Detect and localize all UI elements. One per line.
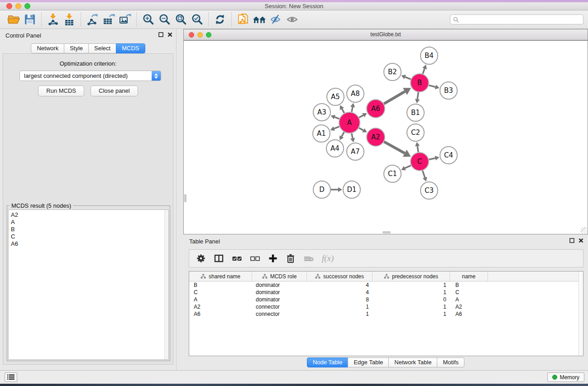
export-table-button[interactable] xyxy=(100,12,117,27)
table-row-b[interactable]: Bdominator41B xyxy=(189,281,583,289)
task-history-button[interactable] xyxy=(5,372,17,382)
import-network-button[interactable] xyxy=(45,12,61,27)
tab-motifs[interactable]: Motifs xyxy=(437,357,464,367)
zoom-selected-button[interactable] xyxy=(189,12,205,27)
result-item-b[interactable]: B xyxy=(9,226,168,233)
float-panel-icon[interactable] xyxy=(158,32,163,37)
zoom-in-button[interactable] xyxy=(140,12,156,27)
graph-edge-A-A7[interactable] xyxy=(352,133,353,138)
deselect-all-columns-icon[interactable] xyxy=(250,253,260,263)
save-session-button[interactable] xyxy=(22,12,38,27)
graph-edge-B-B1[interactable] xyxy=(417,92,418,99)
resize-grip[interactable] xyxy=(581,227,587,234)
open-session-button[interactable] xyxy=(5,12,22,27)
tab-network-table[interactable]: Network Table xyxy=(388,357,437,367)
function-builder-icon-disabled: f(x) xyxy=(322,253,334,263)
graph-edge-B-B3[interactable] xyxy=(429,85,435,87)
select-all-columns-icon[interactable] xyxy=(232,253,242,263)
column-header-name[interactable]: name xyxy=(450,272,488,281)
tab-network[interactable]: Network xyxy=(31,43,64,53)
table-row-a2[interactable]: A2connector11A2 xyxy=(189,303,583,310)
split-columns-icon[interactable] xyxy=(214,253,224,263)
column-header-MCDS-role[interactable]: MCDS role xyxy=(252,272,307,281)
graph-edge-A6-B[interactable] xyxy=(384,91,405,104)
cell-successor-nodes: 1 xyxy=(307,304,373,310)
float-table-panel-icon[interactable] xyxy=(569,238,574,243)
column-type-icon xyxy=(201,274,206,279)
graph-edge-A-A5[interactable] xyxy=(342,109,344,113)
import-table-button[interactable] xyxy=(61,12,77,27)
tab-select[interactable]: Select xyxy=(88,43,116,53)
column-header-successor-nodes[interactable]: successor nodes xyxy=(307,272,373,281)
mcds-tab-content: Optimization criterion: largest connecte… xyxy=(3,53,173,365)
run-mcds-button[interactable]: Run MCDS xyxy=(38,86,84,96)
refresh-button[interactable] xyxy=(212,12,228,27)
close-panel-button[interactable]: Close panel xyxy=(91,86,138,96)
export-image-button[interactable] xyxy=(117,12,133,27)
tab-style[interactable]: Style xyxy=(64,43,89,53)
column-header-predecessor-nodes[interactable]: predecessor nodes xyxy=(373,272,450,281)
column-header-shared-name[interactable]: shared name xyxy=(189,272,252,281)
network-file-button[interactable] xyxy=(235,12,251,27)
network-window-titlebar[interactable]: testGlobe.txt xyxy=(184,29,588,40)
tab-mcds[interactable]: MCDS xyxy=(116,43,145,53)
zoom-out-button[interactable] xyxy=(156,12,172,27)
result-item-a[interactable]: A xyxy=(9,219,168,226)
table-settings-gear-icon[interactable] xyxy=(196,253,206,263)
show-all-button[interactable] xyxy=(284,12,300,27)
search-input[interactable] xyxy=(450,16,583,23)
tab-edge-table[interactable]: Edge Table xyxy=(348,357,389,367)
table-panel-title: Table Panel xyxy=(189,238,220,245)
column-header-label: shared name xyxy=(209,273,240,280)
graph-node-label-B3: B3 xyxy=(444,86,453,95)
result-item-c[interactable]: C xyxy=(9,233,168,240)
memory-button[interactable]: Memory xyxy=(547,372,584,382)
optimization-criterion-label: Optimization criterion: xyxy=(3,60,173,67)
add-column-icon[interactable] xyxy=(268,253,278,263)
close-panel-icon[interactable] xyxy=(167,32,172,37)
graph-edge-C-C2[interactable] xyxy=(417,146,418,152)
graph-edge-B-B4[interactable] xyxy=(423,68,425,74)
delete-column-trash-icon[interactable] xyxy=(286,253,296,263)
export-network-button[interactable] xyxy=(84,12,100,27)
cell-successor-nodes: 1 xyxy=(307,311,373,317)
graph-edge-A-A8[interactable] xyxy=(352,107,353,112)
import-network-icon xyxy=(47,13,59,26)
vertical-scroll-thumb[interactable] xyxy=(184,194,186,202)
close-table-panel-icon[interactable] xyxy=(578,238,583,243)
graph-edge-A-A2[interactable] xyxy=(359,128,363,130)
cell-MCDS-role: connector xyxy=(252,311,307,317)
graph-node-label-A2: A2 xyxy=(371,133,380,141)
homes-button[interactable] xyxy=(251,12,268,27)
graph-edge-B-B2[interactable] xyxy=(405,77,411,79)
hide-selected-button[interactable] xyxy=(268,12,284,27)
graph-edge-C-C3[interactable] xyxy=(423,171,425,177)
search-field xyxy=(450,14,583,24)
graph-edge-A-A1[interactable] xyxy=(334,127,339,129)
result-item-a6[interactable]: A6 xyxy=(9,240,168,248)
zoom-fit-button[interactable] xyxy=(172,12,189,27)
result-list-scrollbar[interactable] xyxy=(164,210,168,359)
node-table[interactable]: shared nameMCDS rolesuccessor nodesprede… xyxy=(189,271,583,356)
graph-edge-A-A6[interactable] xyxy=(359,115,363,118)
result-item-a2[interactable]: A2 xyxy=(9,211,168,219)
zoom-selected-icon xyxy=(191,14,203,26)
graph-edge-C-C1[interactable] xyxy=(405,166,411,168)
table-scrollbar[interactable] xyxy=(578,272,583,356)
horizontal-scroll-thumb[interactable] xyxy=(382,231,391,234)
network-canvas[interactable]: B4B2BB3A8A5A6A3B1AC2A1A2A4A7C4CC1C3DD1 xyxy=(184,40,588,234)
graph-node-label-A7: A7 xyxy=(351,148,360,156)
graph-edge-A2-C[interactable] xyxy=(384,142,405,153)
criterion-select[interactable]: largest connected component (directed) xyxy=(19,71,161,81)
graph-edge-A-A3[interactable] xyxy=(335,117,339,119)
table-row-a6[interactable]: A6connector11A6 xyxy=(189,310,583,318)
table-row-c[interactable]: Cdominator41C xyxy=(189,289,583,296)
mcds-result-list[interactable]: A2ABCA6 xyxy=(8,210,169,360)
cell-predecessor-nodes: 1 xyxy=(373,289,450,295)
graph-edge-A-A4[interactable] xyxy=(342,132,344,137)
refresh-icon xyxy=(214,14,226,25)
table-row-a[interactable]: Adominator80A xyxy=(189,296,583,303)
column-header-label: successor nodes xyxy=(323,273,364,280)
graph-edge-C-C4[interactable] xyxy=(429,158,435,159)
tab-node-table[interactable]: Node Table xyxy=(307,357,349,367)
